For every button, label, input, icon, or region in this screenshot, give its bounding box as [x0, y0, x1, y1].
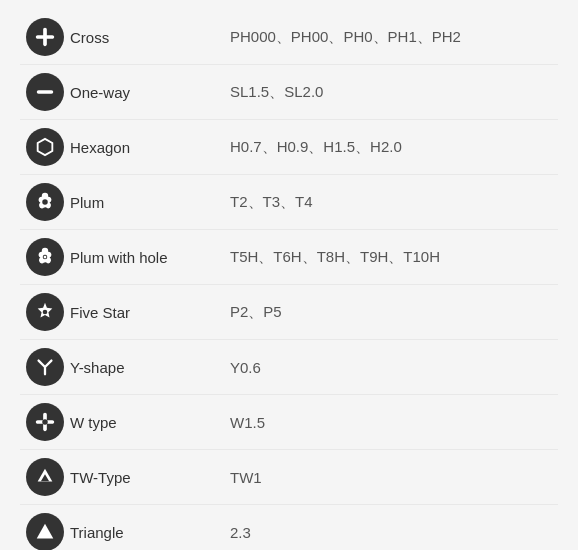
plum-icon	[26, 183, 64, 221]
triangle-icon-wrapper	[20, 513, 70, 550]
hexagon-icon-wrapper	[20, 128, 70, 166]
cross-icon-wrapper	[20, 18, 70, 56]
row-cross: CrossPH000、PH00、PH0、PH1、PH2	[20, 10, 558, 65]
y-shape-value: Y0.6	[230, 359, 261, 376]
cross-value: PH000、PH00、PH0、PH1、PH2	[230, 28, 461, 47]
y-shape-name: Y-shape	[70, 359, 230, 376]
plum-name: Plum	[70, 194, 230, 211]
triangle-value: 2.3	[230, 524, 251, 541]
five-star-icon-wrapper	[20, 293, 70, 331]
one-way-icon-wrapper	[20, 73, 70, 111]
plum-with-hole-icon-wrapper	[20, 238, 70, 276]
row-plum: PlumT2、T3、T4	[20, 175, 558, 230]
five-star-name: Five Star	[70, 304, 230, 321]
hexagon-name: Hexagon	[70, 139, 230, 156]
plum-icon-wrapper	[20, 183, 70, 221]
plum-value: T2、T3、T4	[230, 193, 313, 212]
triangle-icon	[26, 513, 64, 550]
triangle-name: Triangle	[70, 524, 230, 541]
hexagon-value: H0.7、H0.9、H1.5、H2.0	[230, 138, 402, 157]
one-way-icon	[26, 73, 64, 111]
svg-point-1	[43, 310, 48, 315]
svg-rect-0	[37, 90, 54, 94]
tw-type-icon	[26, 458, 64, 496]
plum-with-hole-value: T5H、T6H、T8H、T9H、T10H	[230, 248, 440, 267]
cross-name: Cross	[70, 29, 230, 46]
one-way-value: SL1.5、SL2.0	[230, 83, 323, 102]
five-star-icon	[26, 293, 64, 331]
y-shape-icon	[26, 348, 64, 386]
svg-point-2	[42, 419, 48, 425]
five-star-value: P2、P5	[230, 303, 282, 322]
row-tw-type: TW-TypeTW1	[20, 450, 558, 505]
hexagon-icon	[26, 128, 64, 166]
y-shape-icon-wrapper	[20, 348, 70, 386]
row-plum-with-hole: Plum with holeT5H、T6H、T8H、T9H、T10H	[20, 230, 558, 285]
w-type-icon	[26, 403, 64, 441]
row-y-shape: Y-shapeY0.6	[20, 340, 558, 395]
plum-with-hole-name: Plum with hole	[70, 249, 230, 266]
w-type-value: W1.5	[230, 414, 265, 431]
tw-type-name: TW-Type	[70, 469, 230, 486]
row-hexagon: HexagonH0.7、H0.9、H1.5、H2.0	[20, 120, 558, 175]
main-container: CrossPH000、PH00、PH0、PH1、PH2 One-waySL1.5…	[0, 0, 578, 550]
row-five-star: Five StarP2、P5	[20, 285, 558, 340]
row-one-way: One-waySL1.5、SL2.0	[20, 65, 558, 120]
one-way-name: One-way	[70, 84, 230, 101]
plum-with-hole-icon	[26, 238, 64, 276]
w-type-name: W type	[70, 414, 230, 431]
w-type-icon-wrapper	[20, 403, 70, 441]
row-w-type: W typeW1.5	[20, 395, 558, 450]
row-triangle: Triangle2.3	[20, 505, 558, 550]
tw-type-icon-wrapper	[20, 458, 70, 496]
cross-icon	[26, 18, 64, 56]
tw-type-value: TW1	[230, 469, 262, 486]
